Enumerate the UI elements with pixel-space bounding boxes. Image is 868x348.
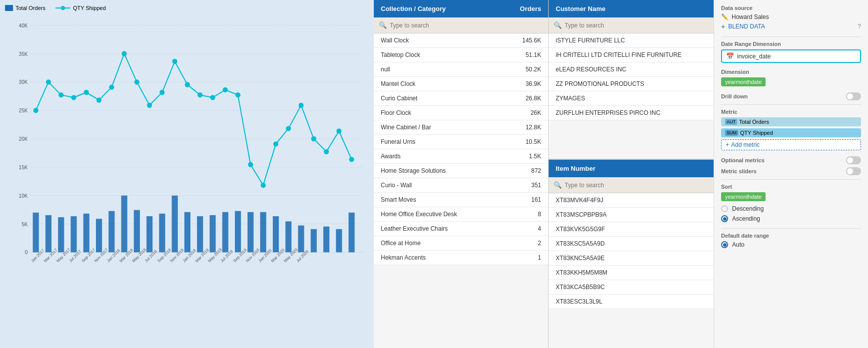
item-search-bar[interactable]: 🔍: [549, 177, 714, 193]
drill-down-toggle[interactable]: [846, 92, 861, 100]
svg-rect-38: [285, 221, 291, 252]
list-item[interactable]: iSTYLE FURNITURE LLC: [549, 33, 714, 48]
list-item[interactable]: Funeral Urns10.5K: [374, 135, 548, 149]
svg-rect-43: [349, 213, 355, 253]
date-range-box[interactable]: 📅 invoice_date: [721, 49, 861, 63]
chart-svg: 40K 35K 30K 25K 20K 15K 10K 5K 0: [5, 15, 369, 325]
descending-label: Descending: [732, 205, 764, 212]
metric-sliders-toggle[interactable]: [846, 167, 861, 175]
metric-sliders-label: Metric sliders: [721, 168, 757, 174]
svg-point-56: [185, 82, 190, 87]
svg-rect-22: [83, 214, 89, 253]
list-item[interactable]: Wall Clock145.6K: [374, 33, 548, 48]
item-filter-title: Item Number: [556, 165, 595, 172]
optional-metrics-toggle[interactable]: [846, 156, 861, 164]
list-item[interactable]: iH CRITELLI LTD CRITELLI FINE FURNITURE: [549, 48, 714, 62]
customer-search-input[interactable]: [565, 22, 709, 29]
total-orders-metric[interactable]: AUT Total Orders: [721, 117, 861, 126]
collection-search-input[interactable]: [390, 22, 543, 29]
svg-point-47: [71, 95, 76, 100]
ascending-radio[interactable]: [721, 215, 728, 222]
help-icon[interactable]: ?: [858, 23, 861, 30]
descending-radio[interactable]: [721, 205, 728, 212]
default-date-range-section: Default date range Auto: [721, 233, 861, 248]
descending-option[interactable]: Descending: [721, 205, 861, 212]
list-item[interactable]: ZYMAGES: [549, 91, 714, 106]
blend-data-row[interactable]: + BLEND DATA ?: [721, 22, 861, 30]
svg-text:10K: 10K: [19, 193, 28, 199]
chart-wrapper: 40K 35K 30K 25K 20K 15K 10K 5K 0: [5, 15, 369, 325]
list-item[interactable]: Floor Clock26K: [374, 106, 548, 120]
list-item[interactable]: XT83MSCPBPB9A: [549, 208, 714, 222]
data-source-name: Howard Sales: [732, 13, 769, 20]
collection-search-icon: 🔍: [379, 21, 387, 29]
list-item[interactable]: Home Storage Solutions872: [374, 164, 548, 178]
date-range-section: Date Range Dimension 📅 invoice_date: [721, 41, 861, 63]
chart-legend: Total Orders QTY Shipped: [5, 5, 369, 11]
legend-total-orders: Total Orders: [5, 5, 45, 11]
list-item[interactable]: Awards1.5K: [374, 149, 548, 164]
list-item[interactable]: ZZ PROMOTIONAL PRODUCTS: [549, 77, 714, 91]
auto-date-option[interactable]: Auto: [721, 241, 861, 248]
list-item[interactable]: null50.2K: [374, 62, 548, 77]
list-item[interactable]: ZURFLUH ENTERPRISES PIRCO INC: [549, 106, 714, 120]
list-item[interactable]: Wine Cabinet / Bar12.8K: [374, 120, 548, 135]
list-item[interactable]: XT83KVK5G5G9F: [549, 222, 714, 237]
total-orders-label: Total Orders: [739, 119, 769, 125]
right-filter-panel: Customer Name 🔍 iSTYLE FURNITURE LLC iH …: [549, 0, 714, 348]
svg-rect-32: [210, 215, 216, 252]
dimension-label: Dimension: [721, 69, 861, 75]
svg-rect-42: [336, 229, 342, 253]
add-metric-button[interactable]: + Add metric: [721, 139, 861, 150]
svg-rect-20: [58, 217, 64, 252]
svg-text:0: 0: [25, 250, 28, 255]
customer-filter-header: Customer Name: [549, 0, 714, 17]
list-item[interactable]: Curio - Wall351: [374, 178, 548, 193]
metric-section: Metric AUT Total Orders SUM QTY Shipped …: [721, 109, 861, 150]
filter-panels: Collection / Category Orders 🔍 Wall Cloc…: [374, 0, 714, 348]
list-item[interactable]: Office at Home2: [374, 236, 548, 251]
svg-rect-21: [70, 216, 76, 252]
list-item[interactable]: Mantel Clock36.9K: [374, 77, 548, 91]
list-item[interactable]: XT83KKH5M5M8M: [549, 266, 714, 280]
list-item[interactable]: XT83KNC5A5A9E: [549, 251, 714, 266]
qty-shipped-metric[interactable]: SUM QTY Shipped: [721, 128, 861, 137]
list-item[interactable]: XT83ESC3L3L9L: [549, 295, 714, 309]
svg-point-63: [273, 141, 278, 146]
svg-point-67: [324, 149, 329, 154]
list-item[interactable]: Leather Executive Chairs4: [374, 222, 548, 236]
item-search-input[interactable]: [565, 182, 709, 189]
chart-area: Total Orders QTY Shipped 40K: [0, 0, 374, 348]
list-item[interactable]: Smart Moves161: [374, 193, 548, 207]
svg-point-69: [349, 157, 354, 162]
item-filter-header: Item Number: [549, 160, 714, 177]
legend-qty-shipped: QTY Shipped: [55, 5, 106, 11]
list-item[interactable]: XT83MVK4F4F9J: [549, 193, 714, 208]
svg-point-52: [134, 79, 139, 84]
list-item[interactable]: Tabletop Clock51.1K: [374, 48, 548, 62]
sort-section: Sort yearmonthdate Descending Ascending: [721, 184, 861, 222]
dimension-tag[interactable]: yearmonthdate: [721, 77, 766, 86]
sort-dim-tag[interactable]: yearmonthdate: [721, 192, 766, 201]
svg-text:15K: 15K: [19, 165, 28, 170]
pencil-icon: ✏️: [721, 13, 729, 20]
customer-search-bar[interactable]: 🔍: [549, 17, 714, 33]
svg-point-53: [147, 103, 152, 108]
list-item[interactable]: Home Office Executive Desk8: [374, 207, 548, 222]
svg-point-61: [248, 162, 253, 167]
list-item[interactable]: Hekman Accents1: [374, 251, 548, 265]
legend-bar-icon: [5, 5, 13, 11]
item-filter-list: XT83MVK4F4F9J XT83MSCPBPB9A XT83KVK5G5G9…: [549, 193, 714, 348]
svg-text:5K: 5K: [21, 222, 28, 227]
collection-search-bar[interactable]: 🔍: [374, 17, 548, 33]
list-item[interactable]: Curio Cabinet26.8K: [374, 91, 548, 106]
plus-icon: +: [721, 22, 725, 30]
collection-filter-title: Collection / Category: [381, 5, 446, 12]
svg-rect-33: [222, 212, 228, 253]
svg-point-59: [223, 87, 228, 92]
ascending-option[interactable]: Ascending: [721, 215, 861, 222]
list-item[interactable]: XT83KCA5B5B9C: [549, 280, 714, 295]
auto-date-radio[interactable]: [721, 241, 728, 248]
list-item[interactable]: XT83KSC5A5A9D: [549, 237, 714, 251]
list-item[interactable]: eLEAD RESOURCES INC: [549, 62, 714, 77]
